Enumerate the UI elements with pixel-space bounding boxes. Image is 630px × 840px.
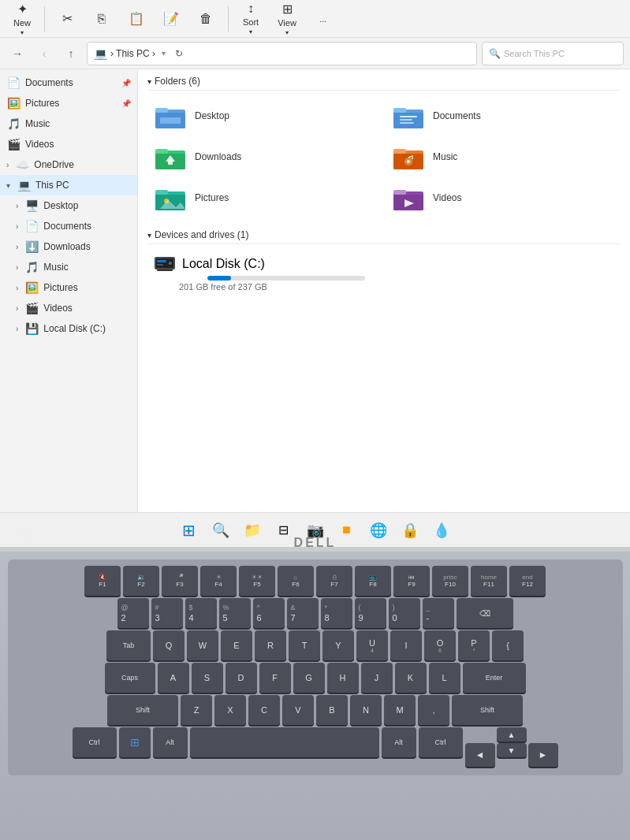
key-f6[interactable]: ☼ F6 bbox=[278, 566, 314, 596]
key-6[interactable]: ^ 6 bbox=[253, 598, 285, 628]
sidebar-item-docs-sub[interactable]: › 📄 Documents bbox=[0, 216, 137, 236]
key-arrow-down[interactable]: ▼ bbox=[497, 743, 527, 757]
key-alt-r[interactable]: Alt bbox=[382, 727, 416, 757]
sidebar-item-onedrive[interactable]: › ☁️ OneDrive bbox=[0, 154, 137, 175]
rename-button[interactable]: 📝 bbox=[155, 8, 187, 29]
key-l[interactable]: L bbox=[429, 663, 460, 693]
key-lbracket[interactable]: { bbox=[492, 630, 524, 660]
key-v[interactable]: V bbox=[282, 695, 314, 725]
key-p[interactable]: P * bbox=[458, 630, 490, 660]
key-n[interactable]: N bbox=[350, 695, 382, 725]
key-ctrl-l[interactable]: Ctrl bbox=[73, 727, 117, 757]
key-f3[interactable]: 🎤 F3 bbox=[162, 566, 198, 596]
up-button[interactable]: ↑ bbox=[60, 43, 82, 65]
search-box[interactable]: 🔍 Search This PC bbox=[482, 42, 624, 65]
key-5[interactable]: % 5 bbox=[219, 598, 251, 628]
key-f[interactable]: F bbox=[259, 663, 291, 693]
folder-item-documents[interactable]: Documents bbox=[386, 97, 621, 135]
key-f10[interactable]: prtsc F10 bbox=[432, 566, 468, 596]
taskbar-widget[interactable]: 💧 bbox=[427, 516, 456, 545]
sidebar-item-videos[interactable]: 🎬 Videos bbox=[0, 134, 137, 154]
delete-button[interactable]: 🗑 bbox=[190, 9, 222, 29]
view-button[interactable]: ⊞ View ▾ bbox=[270, 0, 304, 39]
key-2[interactable]: @ 2 bbox=[117, 598, 149, 628]
key-f5[interactable]: ☀☀ F5 bbox=[239, 566, 275, 596]
drive-item-c[interactable]: Local Disk (C:) 201 GB free of 237 GB bbox=[147, 251, 621, 296]
key-b[interactable]: B bbox=[316, 695, 348, 725]
sidebar-item-local-disk[interactable]: › 💾 Local Disk (C:) bbox=[0, 318, 137, 339]
key-y[interactable]: Y bbox=[322, 630, 354, 660]
sidebar-item-pictures-sub[interactable]: › 🖼️ Pictures bbox=[0, 277, 137, 298]
key-alt-l[interactable]: Alt bbox=[153, 727, 188, 757]
sidebar-item-this-pc[interactable]: ▾ 💻 This PC bbox=[0, 175, 137, 195]
key-space[interactable] bbox=[190, 727, 379, 757]
key-o[interactable]: O 6 bbox=[424, 630, 456, 660]
key-w[interactable]: W bbox=[187, 630, 218, 660]
folder-item-music[interactable]: Music bbox=[386, 138, 621, 176]
key-f11[interactable]: home F11 bbox=[471, 566, 507, 596]
new-button[interactable]: ✦ New ▾ bbox=[6, 0, 38, 39]
taskbar-start[interactable]: ⊞ bbox=[175, 516, 203, 545]
address-path[interactable]: 💻 › This PC › ▾ ↻ bbox=[87, 42, 477, 65]
cut-button[interactable]: ✂ bbox=[51, 8, 83, 29]
sidebar-item-pictures[interactable]: 🖼️ Pictures 📌 bbox=[0, 93, 137, 113]
back-button[interactable]: → bbox=[6, 43, 28, 65]
key-minus[interactable]: _ - bbox=[423, 598, 454, 628]
key-backspace[interactable]: ⌫ bbox=[457, 598, 513, 628]
key-h[interactable]: H bbox=[327, 663, 359, 693]
taskbar-search[interactable]: 🔍 bbox=[207, 516, 235, 545]
key-x[interactable]: X bbox=[214, 695, 246, 725]
taskbar-security[interactable]: 🔒 bbox=[396, 516, 424, 545]
more-button[interactable]: ... bbox=[308, 11, 339, 27]
key-f4[interactable]: ☀ F4 bbox=[200, 566, 237, 596]
key-z[interactable]: Z bbox=[181, 695, 212, 725]
key-win[interactable]: ⊞ bbox=[119, 727, 151, 757]
sidebar-item-videos-sub[interactable]: › 🎬 Videos bbox=[0, 298, 137, 318]
sidebar-item-downloads[interactable]: › ⬇️ Downloads bbox=[0, 236, 137, 257]
key-tab[interactable]: Tab bbox=[106, 630, 151, 660]
key-ctrl-r[interactable]: Ctrl bbox=[419, 727, 463, 757]
key-k[interactable]: K bbox=[395, 663, 427, 693]
key-0[interactable]: ) 0 bbox=[389, 598, 420, 628]
sidebar-item-music[interactable]: 🎵 Music bbox=[0, 113, 137, 134]
key-f8[interactable]: 📺 F8 bbox=[355, 566, 391, 596]
key-comma[interactable]: , bbox=[418, 695, 449, 725]
sidebar-item-documents[interactable]: 📄 Documents 📌 bbox=[0, 72, 137, 93]
key-c[interactable]: C bbox=[248, 695, 280, 725]
key-e[interactable]: E bbox=[221, 630, 252, 660]
key-shift-r[interactable]: Shift bbox=[452, 695, 523, 725]
key-shift-l[interactable]: Shift bbox=[107, 695, 178, 725]
folder-item-desktop[interactable]: Desktop bbox=[147, 97, 382, 135]
key-8[interactable]: * 8 bbox=[321, 598, 352, 628]
copy-button[interactable]: ⎘ bbox=[86, 9, 117, 29]
paste-button[interactable]: 📋 bbox=[121, 8, 152, 29]
key-u[interactable]: U 4 bbox=[356, 630, 388, 660]
sidebar-item-music-sub[interactable]: › 🎵 Music bbox=[0, 257, 137, 277]
taskbar-pin[interactable]: ■ bbox=[333, 516, 361, 545]
key-t[interactable]: T bbox=[289, 630, 320, 660]
taskbar-file-explorer[interactable]: 📁 bbox=[238, 516, 267, 545]
key-q[interactable]: Q bbox=[153, 630, 185, 660]
key-9[interactable]: ( 9 bbox=[355, 598, 386, 628]
key-caps[interactable]: Caps bbox=[105, 663, 155, 693]
refresh-button[interactable]: ↻ bbox=[175, 48, 183, 59]
key-f1[interactable]: 🔇 F1 bbox=[84, 566, 121, 596]
key-g[interactable]: G bbox=[293, 663, 325, 693]
forward-button[interactable]: ‹ bbox=[33, 43, 55, 65]
key-f2[interactable]: 🔉 F2 bbox=[123, 566, 159, 596]
sort-button[interactable]: ↕ Sort ▾ bbox=[235, 0, 267, 39]
key-7[interactable]: & 7 bbox=[287, 598, 319, 628]
key-j[interactable]: J bbox=[361, 663, 393, 693]
key-arrow-right[interactable]: ► bbox=[528, 743, 558, 767]
key-s[interactable]: S bbox=[192, 663, 223, 693]
key-4[interactable]: $ 4 bbox=[185, 598, 217, 628]
key-r[interactable]: R bbox=[255, 630, 286, 660]
key-arrow-up[interactable]: ▲ bbox=[497, 727, 527, 742]
taskbar-edge[interactable]: 🌐 bbox=[364, 516, 393, 545]
key-d[interactable]: D bbox=[226, 663, 257, 693]
folder-item-downloads[interactable]: Downloads bbox=[147, 138, 382, 176]
key-arrow-left[interactable]: ◄ bbox=[465, 743, 495, 767]
key-f12[interactable]: end F12 bbox=[509, 566, 546, 596]
key-f7[interactable]: ⎙ F7 bbox=[316, 566, 352, 596]
key-a[interactable]: A bbox=[158, 663, 189, 693]
